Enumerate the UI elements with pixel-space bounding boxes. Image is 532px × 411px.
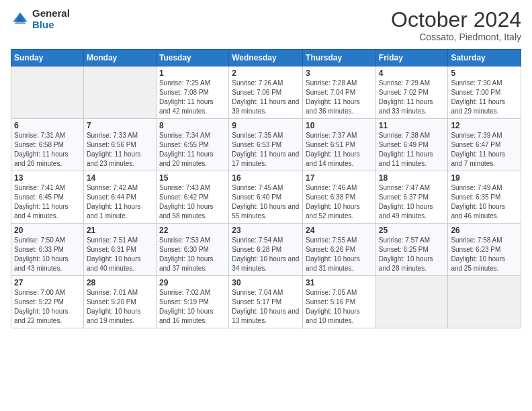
day-info: Sunrise: 7:57 AMSunset: 6:25 PMDaylight:… <box>379 236 433 272</box>
day-cell: 17Sunrise: 7:46 AMSunset: 6:38 PMDayligh… <box>303 171 376 224</box>
day-cell: 24Sunrise: 7:55 AMSunset: 6:26 PMDayligh… <box>303 224 376 276</box>
header: General Blue October 2024 Cossato, Piedm… <box>11 8 521 42</box>
day-cell: 10Sunrise: 7:37 AMSunset: 6:51 PMDayligh… <box>303 119 376 171</box>
weekday-header-tuesday: Tuesday <box>156 50 228 66</box>
day-info: Sunrise: 7:04 AMSunset: 5:17 PMDaylight:… <box>232 289 299 324</box>
day-info: Sunrise: 7:47 AMSunset: 6:37 PMDaylight:… <box>379 184 433 220</box>
day-cell: 23Sunrise: 7:54 AMSunset: 6:28 PMDayligh… <box>229 224 303 276</box>
day-info: Sunrise: 7:42 AMSunset: 6:44 PMDaylight:… <box>87 184 141 220</box>
weekday-header-sunday: Sunday <box>11 50 84 66</box>
day-number: 5 <box>451 68 518 78</box>
day-number: 8 <box>159 121 226 130</box>
day-cell <box>83 66 156 119</box>
weekday-header-monday: Monday <box>83 50 156 66</box>
day-cell: 5Sunrise: 7:30 AMSunset: 7:00 PMDaylight… <box>448 66 521 119</box>
weekday-header-thursday: Thursday <box>303 50 376 66</box>
day-info: Sunrise: 7:45 AMSunset: 6:40 PMDaylight:… <box>232 184 299 220</box>
day-cell <box>11 66 84 119</box>
day-cell: 28Sunrise: 7:01 AMSunset: 5:20 PMDayligh… <box>83 276 156 328</box>
day-cell: 3Sunrise: 7:28 AMSunset: 7:04 PMDaylight… <box>303 66 376 119</box>
day-number: 30 <box>232 278 300 287</box>
day-number: 19 <box>451 173 518 183</box>
logo-blue-text: Blue <box>32 19 70 31</box>
day-number: 14 <box>87 173 153 183</box>
day-info: Sunrise: 7:39 AMSunset: 6:47 PMDaylight:… <box>451 132 505 167</box>
day-info: Sunrise: 7:25 AMSunset: 7:08 PMDaylight:… <box>159 79 214 115</box>
weekday-header-friday: Friday <box>375 50 448 66</box>
day-info: Sunrise: 7:46 AMSunset: 6:38 PMDaylight:… <box>306 184 360 220</box>
day-info: Sunrise: 7:31 AMSunset: 6:58 PMDaylight:… <box>14 132 69 167</box>
day-info: Sunrise: 7:29 AMSunset: 7:02 PMDaylight:… <box>379 79 433 115</box>
weekday-header-wednesday: Wednesday <box>229 50 303 66</box>
day-info: Sunrise: 7:33 AMSunset: 6:56 PMDaylight:… <box>87 132 141 167</box>
day-number: 6 <box>14 121 81 130</box>
day-number: 18 <box>379 173 445 183</box>
day-cell: 6Sunrise: 7:31 AMSunset: 6:58 PMDaylight… <box>11 119 84 171</box>
day-number: 22 <box>159 226 226 235</box>
day-cell: 2Sunrise: 7:26 AMSunset: 7:06 PMDaylight… <box>229 66 303 119</box>
day-cell: 20Sunrise: 7:50 AMSunset: 6:33 PMDayligh… <box>11 224 84 276</box>
day-info: Sunrise: 7:37 AMSunset: 6:51 PMDaylight:… <box>306 132 360 167</box>
day-cell: 1Sunrise: 7:25 AMSunset: 7:08 PMDaylight… <box>156 66 228 119</box>
day-number: 20 <box>14 226 81 235</box>
day-cell: 30Sunrise: 7:04 AMSunset: 5:17 PMDayligh… <box>229 276 303 328</box>
day-number: 13 <box>14 173 81 183</box>
day-info: Sunrise: 7:51 AMSunset: 6:31 PMDaylight:… <box>87 236 141 272</box>
day-info: Sunrise: 7:41 AMSunset: 6:45 PMDaylight:… <box>14 184 69 220</box>
day-number: 26 <box>451 226 518 235</box>
day-info: Sunrise: 7:35 AMSunset: 6:53 PMDaylight:… <box>232 132 299 167</box>
day-number: 29 <box>159 278 226 287</box>
day-cell: 31Sunrise: 7:05 AMSunset: 5:16 PMDayligh… <box>303 276 376 328</box>
day-number: 7 <box>87 121 153 130</box>
day-number: 27 <box>14 278 81 287</box>
day-number: 24 <box>306 226 373 235</box>
day-cell: 19Sunrise: 7:49 AMSunset: 6:35 PMDayligh… <box>448 171 521 224</box>
weekday-header-row: SundayMondayTuesdayWednesdayThursdayFrid… <box>11 50 521 66</box>
month-title: October 2024 <box>391 8 521 32</box>
day-number: 25 <box>379 226 445 235</box>
day-info: Sunrise: 7:05 AMSunset: 5:16 PMDaylight:… <box>306 289 360 324</box>
day-number: 28 <box>87 278 153 287</box>
day-cell: 12Sunrise: 7:39 AMSunset: 6:47 PMDayligh… <box>448 119 521 171</box>
day-cell: 18Sunrise: 7:47 AMSunset: 6:37 PMDayligh… <box>375 171 448 224</box>
week-row-2: 6Sunrise: 7:31 AMSunset: 6:58 PMDaylight… <box>11 119 521 171</box>
title-block: October 2024 Cossato, Piedmont, Italy <box>391 8 521 42</box>
day-number: 12 <box>451 121 518 130</box>
day-cell: 9Sunrise: 7:35 AMSunset: 6:53 PMDaylight… <box>229 119 303 171</box>
day-info: Sunrise: 7:34 AMSunset: 6:55 PMDaylight:… <box>159 132 214 167</box>
day-number: 23 <box>232 226 300 235</box>
day-number: 4 <box>379 68 445 78</box>
logo: General Blue <box>11 8 70 30</box>
day-cell <box>375 276 448 328</box>
day-cell: 4Sunrise: 7:29 AMSunset: 7:02 PMDaylight… <box>375 66 448 119</box>
weekday-header-saturday: Saturday <box>448 50 521 66</box>
day-cell: 27Sunrise: 7:00 AMSunset: 5:22 PMDayligh… <box>11 276 84 328</box>
day-info: Sunrise: 7:55 AMSunset: 6:26 PMDaylight:… <box>306 236 360 272</box>
day-cell: 11Sunrise: 7:38 AMSunset: 6:49 PMDayligh… <box>375 119 448 171</box>
day-cell: 26Sunrise: 7:58 AMSunset: 6:23 PMDayligh… <box>448 224 521 276</box>
calendar-table: SundayMondayTuesdayWednesdayThursdayFrid… <box>11 49 521 328</box>
day-info: Sunrise: 7:54 AMSunset: 6:28 PMDaylight:… <box>232 236 299 272</box>
day-number: 2 <box>232 68 300 78</box>
week-row-4: 20Sunrise: 7:50 AMSunset: 6:33 PMDayligh… <box>11 224 521 276</box>
day-info: Sunrise: 7:43 AMSunset: 6:42 PMDaylight:… <box>159 184 214 220</box>
week-row-5: 27Sunrise: 7:00 AMSunset: 5:22 PMDayligh… <box>11 276 521 328</box>
day-info: Sunrise: 7:01 AMSunset: 5:20 PMDaylight:… <box>87 289 141 324</box>
day-info: Sunrise: 7:02 AMSunset: 5:19 PMDaylight:… <box>159 289 214 324</box>
day-cell: 22Sunrise: 7:53 AMSunset: 6:30 PMDayligh… <box>156 224 228 276</box>
day-number: 1 <box>159 68 226 78</box>
day-info: Sunrise: 7:00 AMSunset: 5:22 PMDaylight:… <box>14 289 69 324</box>
day-cell <box>448 276 521 328</box>
day-cell: 7Sunrise: 7:33 AMSunset: 6:56 PMDaylight… <box>83 119 156 171</box>
day-cell: 16Sunrise: 7:45 AMSunset: 6:40 PMDayligh… <box>229 171 303 224</box>
day-cell: 13Sunrise: 7:41 AMSunset: 6:45 PMDayligh… <box>11 171 84 224</box>
day-info: Sunrise: 7:53 AMSunset: 6:30 PMDaylight:… <box>159 236 214 272</box>
day-number: 3 <box>306 68 373 78</box>
day-number: 31 <box>306 278 373 287</box>
day-info: Sunrise: 7:38 AMSunset: 6:49 PMDaylight:… <box>379 132 433 167</box>
day-number: 21 <box>87 226 153 235</box>
day-cell: 25Sunrise: 7:57 AMSunset: 6:25 PMDayligh… <box>375 224 448 276</box>
day-info: Sunrise: 7:30 AMSunset: 7:00 PMDaylight:… <box>451 79 505 115</box>
day-number: 10 <box>306 121 373 130</box>
day-info: Sunrise: 7:50 AMSunset: 6:33 PMDaylight:… <box>14 236 69 272</box>
